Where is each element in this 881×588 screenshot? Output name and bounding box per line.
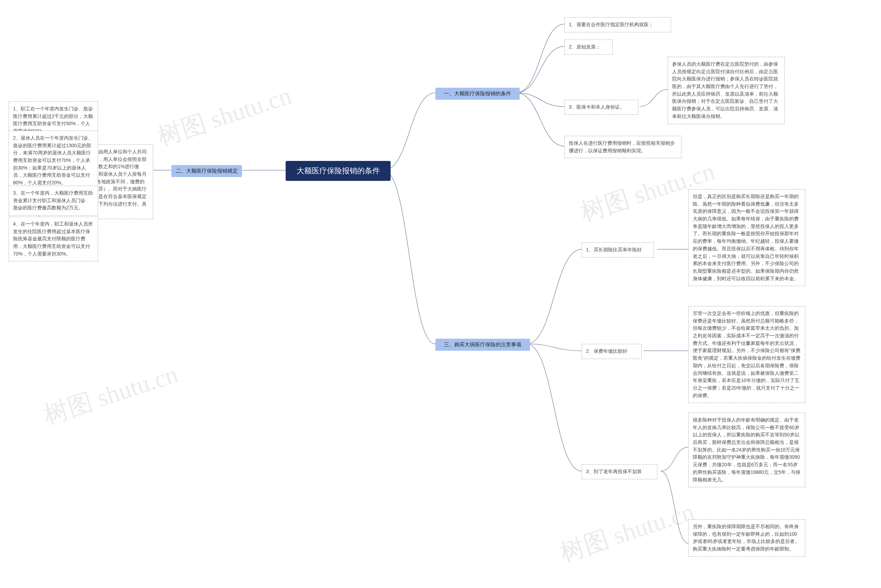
leaf-b3-3-sub2: 另外，重疾险的保障期限也是不尽相同的。有终身保障的，也有保到一定年龄即终止的，比… — [688, 519, 805, 557]
leaf-b2-4: 4、在一个年度内，职工和退休人员所发生的住院医疗费用超过基本医疗保险统筹基金最高… — [9, 217, 98, 261]
leaf-b3-2-sub: 尽管一次交足会有一些价格上的优惠，但重疾险的保费还是年缴比较好。虽然所付总额可能… — [688, 306, 805, 403]
leaf-b3-3-sub1: 很多险种对于投保人的年龄有明确的规定。由于老年人的发病几率比较高，保险公司一般不… — [688, 412, 805, 487]
leaf-b1-4: 投保人在进行医疗费用报销时，应按照相关报销步骤进行，以保证费用报销顺利实现。 — [564, 136, 681, 158]
leaf-b3-1: 1、买长期险比买单年险好 — [582, 242, 654, 258]
root-node[interactable]: 大额医疗保险报销的条件 — [286, 161, 391, 181]
leaf-b1-2: 2、原始发票； — [564, 39, 613, 55]
leaf-b3-3: 3、到了老年再投保不划算 — [582, 464, 657, 479]
leaf-b2-3: 3、在一个年度内，大额医疗费用互助资金累计支付职工和退休人员门诊、急诊的医疗费最… — [9, 186, 98, 216]
leaf-b3-2: 2、保费年缴比较好 — [582, 344, 642, 359]
branch-regulations[interactable]: 二、大额医疗保险报销规定 — [171, 165, 242, 177]
leaf-b2-2: 2、退休人员在一个年度内发生门诊、急诊的医疗费用累计超过1300元的部分，未满7… — [9, 130, 98, 190]
branch-precautions[interactable]: 三、购买大病医疗保险的注意事项 — [435, 339, 530, 351]
branch-conditions[interactable]: 一、大额医疗保险报销的条件 — [435, 88, 520, 100]
watermark: 树图 shutu.cn — [153, 79, 296, 153]
watermark: 树图 shutu.cn — [39, 358, 182, 432]
leaf-b1-3: 3、医保卡和本人身份证。 — [564, 100, 638, 115]
watermark: 树图 shutu.cn — [556, 495, 698, 569]
leaf-b3-1-sub: 但是，真正的区别是购买长期险还是购买一年期的险。虽然一年期的险种看似保费低廉，但… — [688, 189, 805, 286]
leaf-b1-1: 1、需要在合作医疗指定医疗机构就医； — [564, 17, 671, 32]
leaf-b1-3-sub: 参保人员的大额医疗费在定点医院垫付的，由参保人员按规定向定点医院付清自付比例后，… — [668, 57, 785, 124]
